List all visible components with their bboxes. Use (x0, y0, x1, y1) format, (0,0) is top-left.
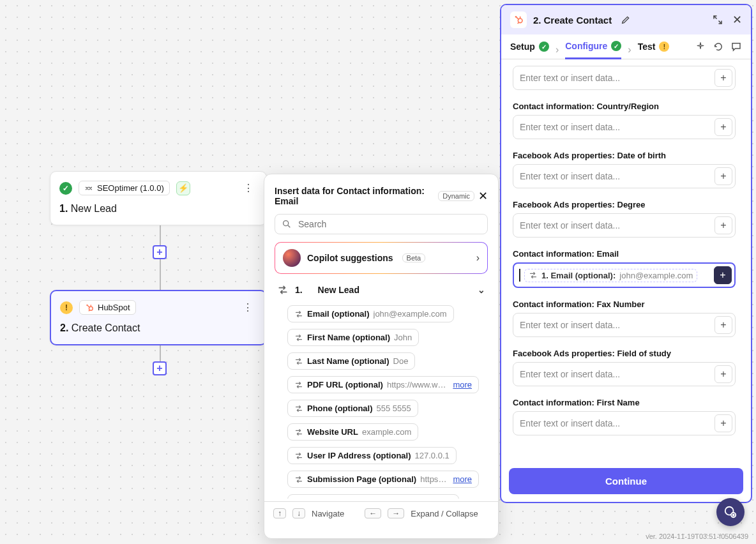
input-placeholder: Enter text or insert data... (513, 117, 712, 137)
source-step-header[interactable]: 1. New Lead ⌄ (264, 279, 498, 301)
insert-field-pill[interactable]: PDF URL (optional)https://www.websimore (287, 376, 479, 393)
search-input-wrapper[interactable] (275, 214, 488, 234)
config-panel: 2.Create Contact ✕ Setup✓ › Configure✓ ›… (500, 4, 752, 503)
text-input[interactable]: Enter text or insert data...+ (513, 411, 736, 435)
field-name: Email (optional) (307, 309, 370, 319)
insert-data-popover: Insert data for Contact information: Ema… (264, 174, 499, 539)
insert-field-pill[interactable]: Email (optional)john@example.com (287, 305, 454, 322)
svg-point-5 (284, 221, 289, 226)
keyboard-hints: ↑ ↓ Navigate ← → Expand / Collapse (264, 501, 498, 525)
field-name: Custom Field (optional) (307, 498, 400, 499)
transfer-icon (294, 404, 303, 413)
field-value: John (394, 333, 412, 342)
text-input[interactable]: Enter text or insert data...+ (513, 362, 736, 386)
status-ok-icon: ✓ (611, 41, 621, 51)
popover-title: Insert data for Contact information: Ema… (275, 186, 434, 206)
sparkle-icon[interactable] (695, 41, 706, 52)
app-chip-hubspot: HubSpot (79, 300, 136, 315)
app-chip-seoptimer: SEOptimer (1.0.0) (79, 181, 170, 195)
field-name: Phone (optional) (307, 404, 373, 413)
insert-field-pill[interactable]: Submission Page (optional)https://wvmore (287, 471, 479, 488)
field-name: Website URL (307, 427, 358, 437)
more-link[interactable]: more (453, 380, 472, 389)
insert-field-pill[interactable]: Custom Field (optional)Custom Data (287, 494, 459, 499)
text-input[interactable]: Enter text or insert data...+ (513, 164, 736, 188)
version-text: ver. 2024-11-19T03:51-f0506439 (646, 533, 748, 540)
dynamic-pill: Dynamic (438, 191, 474, 201)
transfer-icon (294, 499, 303, 499)
search-input[interactable] (297, 218, 481, 230)
insert-data-button[interactable]: + (714, 118, 732, 136)
step-title: 1. New Lead (59, 203, 257, 215)
comment-icon[interactable] (730, 41, 742, 52)
status-warning-icon: ! (659, 42, 669, 52)
field-value: Doe (393, 356, 409, 366)
chevron-down-icon: ⌄ (478, 285, 485, 295)
step-menu-button[interactable]: ⋮ (240, 300, 257, 315)
close-icon[interactable]: ✕ (478, 189, 488, 203)
insert-field-pill[interactable]: User IP Address (optional)127.0.0.1 (287, 447, 457, 464)
text-caret (519, 269, 520, 282)
field-label: Contact information: Country/Region (513, 102, 736, 111)
insert-field-pill[interactable]: Last Name (optional)Doe (287, 352, 415, 370)
tab-setup[interactable]: Setup✓ (510, 42, 549, 58)
token-label: 1. Email (optional): (541, 271, 616, 280)
insert-field-pill[interactable]: Phone (optional)555 5555 (287, 400, 418, 417)
tab-configure[interactable]: Configure✓ (565, 41, 621, 59)
insert-data-button[interactable]: + (714, 266, 732, 284)
transfer-icon (277, 284, 289, 296)
field-value: john@example.com (374, 309, 447, 319)
text-input[interactable]: Enter text or insert data...+ (513, 115, 736, 139)
svg-line-6 (288, 225, 290, 227)
workflow-step-2[interactable]: ! HubSpot ⋮ 2. Create Contact (50, 290, 267, 345)
insert-data-button[interactable]: + (714, 167, 732, 185)
insert-data-button[interactable]: + (714, 316, 732, 334)
field-name: Last Name (optional) (307, 356, 389, 366)
field-value: Custom Data (404, 498, 452, 499)
field-value: https://www.websi (387, 380, 446, 389)
form-scroll-area[interactable]: Enter text or insert data...+Contact inf… (501, 59, 751, 468)
insert-field-pill[interactable]: First Name (optional)John (287, 329, 419, 346)
svg-line-4 (89, 310, 90, 311)
expand-icon[interactable] (712, 14, 723, 26)
hubspot-icon (510, 11, 527, 28)
insert-field-pill[interactable]: Website URLexample.com (287, 423, 418, 441)
svg-line-2 (87, 305, 90, 307)
field-label: Facebook Ads properties: Date of birth (513, 151, 736, 160)
insert-data-button[interactable]: + (714, 365, 732, 383)
workflow-step-1[interactable]: ✓ SEOptimer (1.0.0) ⚡ ⋮ 1. New Lead (50, 171, 267, 225)
token-value: john@example.com (619, 271, 693, 280)
field-value: 127.0.0.1 (415, 451, 450, 460)
status-ok-icon: ✓ (59, 182, 72, 195)
trigger-bolt-icon: ⚡ (176, 181, 190, 195)
chevron-right-icon: › (476, 252, 480, 264)
text-input[interactable]: Enter text or insert data...+ (513, 213, 736, 238)
tab-test[interactable]: Test! (638, 42, 670, 58)
add-step-button-2[interactable]: + (153, 361, 167, 375)
insert-data-button[interactable]: + (714, 69, 732, 87)
app-chip-label: HubSpot (98, 303, 130, 312)
data-token[interactable]: 1. Email (optional): john@example.com (524, 269, 697, 282)
step-title: 2. Create Contact (60, 322, 257, 334)
more-link[interactable]: more (453, 474, 472, 484)
text-input[interactable]: 1. Email (optional): john@example.com+ (513, 262, 736, 288)
step-menu-button[interactable]: ⋮ (241, 181, 257, 195)
add-step-button-1[interactable]: + (153, 245, 167, 259)
svg-line-9 (517, 17, 519, 19)
insert-data-button[interactable]: + (714, 216, 732, 234)
text-input[interactable]: Enter text or insert data...+ (513, 313, 736, 337)
undo-icon[interactable] (713, 41, 724, 52)
copilot-suggestions-row[interactable]: Copilot suggestions Beta › (275, 242, 488, 274)
edit-icon[interactable] (621, 15, 631, 25)
field-label: Contact information: Fax Number (513, 299, 736, 309)
input-placeholder: Enter text or insert data... (513, 215, 712, 236)
text-input[interactable]: Enter text or insert data...+ (513, 66, 736, 90)
continue-button[interactable]: Continue (509, 468, 743, 494)
transfer-icon (294, 381, 303, 389)
insert-data-button[interactable]: + (714, 414, 732, 432)
transfer-icon (294, 357, 303, 366)
help-fab[interactable] (716, 498, 745, 526)
panel-tabs: Setup✓ › Configure✓ › Test! (501, 34, 751, 59)
field-list[interactable]: Email (optional)john@example.comFirst Na… (264, 301, 495, 499)
close-icon[interactable]: ✕ (732, 13, 742, 27)
